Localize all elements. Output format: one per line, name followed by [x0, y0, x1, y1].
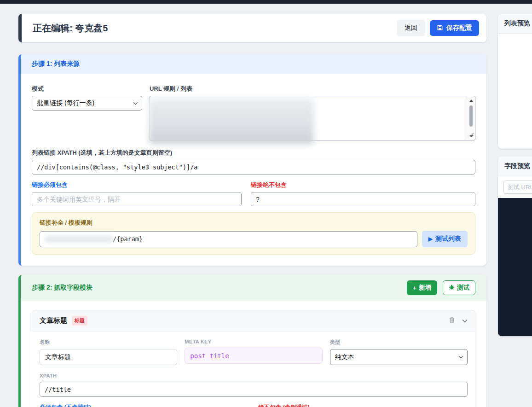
field-module-title: 文章标题 — [40, 316, 67, 325]
add-field-label: 新增 — [419, 284, 431, 292]
back-button[interactable]: 返回 — [397, 20, 425, 36]
preview-sidebar: 列表预览 字段预览 — [498, 14, 532, 336]
list-xpath-label: 列表链接 XPATH (选填，若上方填的是文章页则留空) — [32, 149, 475, 157]
save-config-button[interactable]: 保存配置 — [430, 20, 479, 36]
list-preview-title: 列表预览 — [498, 14, 532, 34]
save-icon — [437, 24, 443, 32]
chevron-down-icon — [459, 354, 463, 359]
plus-icon: + — [413, 285, 416, 291]
scrollbar-thumb[interactable] — [469, 105, 473, 127]
field-preview-title: 字段预览 — [498, 157, 532, 176]
step2-body: 文章标题 标题 — [21, 301, 486, 407]
save-button-label: 保存配置 — [446, 24, 472, 32]
field-xpath-input[interactable] — [40, 382, 468, 397]
field-type-label: 类型 — [330, 339, 468, 346]
list-preview-card: 列表预览 — [498, 14, 532, 149]
meta-key-label: META KEY — [185, 339, 322, 344]
test-list-label: 测试列表 — [435, 235, 461, 243]
field-module-card: 文章标题 标题 — [32, 310, 475, 407]
meta-key-input[interactable] — [185, 348, 322, 364]
link-must-contain-input[interactable] — [32, 192, 242, 206]
link-must-contain-label: 链接必须包含 — [32, 181, 242, 189]
bug-icon — [449, 284, 455, 291]
field-must-contain-label: 必须包含 (不含跳过) — [40, 404, 249, 407]
list-xpath-input[interactable] — [32, 160, 475, 174]
step1-header: 步骤 1: 列表来源 — [21, 54, 486, 74]
step2-title: 步骤 2: 抓取字段模块 — [32, 284, 93, 292]
link-template-input[interactable]: /{param} — [40, 231, 417, 247]
field-xpath-label: XPATH — [40, 373, 468, 378]
mode-label: 模式 — [32, 85, 142, 93]
step2-header: 步骤 2: 抓取字段模块 + 新增 测试 — [21, 275, 486, 301]
field-name-label: 名称 — [40, 339, 177, 346]
url-rules-label: URL 规则 / 列表 — [150, 85, 475, 93]
chevron-down-icon — [133, 100, 138, 105]
main-content: 正在编辑: 夸克盘5 返回 保存配置 步骤 1: 列表来源 模式 批量链接 (每… — [18, 14, 486, 407]
link-template-label: 链接补全 / 模板规则 — [40, 219, 468, 227]
link-template-box: 链接补全 / 模板规则 /{param} ▶ 测试列表 — [32, 212, 475, 255]
step1-section: 步骤 1: 列表来源 模式 批量链接 (每行一条) URL 规则 / 列表 — [18, 54, 486, 266]
link-must-not-contain-input[interactable] — [251, 192, 475, 206]
field-module-body: 名称 META KEY 类型 纯文本 — [32, 331, 475, 407]
field-type-select[interactable]: 纯文本 — [330, 349, 468, 365]
resize-grip-icon[interactable] — [469, 131, 474, 139]
page-title: 正在编辑: 夸克盘5 — [33, 22, 397, 35]
field-preview-card: 字段预览 — [498, 157, 532, 336]
delete-field-button[interactable] — [449, 316, 455, 325]
chevron-down-icon — [462, 317, 468, 324]
mode-select-value: 批量链接 (每行一条) — [37, 99, 134, 107]
template-visible-value: /{param} — [113, 235, 143, 243]
field-must-not-contain-label: 绝不包含 (含则跳过) — [258, 404, 468, 407]
field-name-input[interactable] — [40, 349, 177, 365]
add-field-button[interactable]: + 新增 — [407, 280, 437, 295]
step1-body: 模式 批量链接 (每行一条) URL 规则 / 列表 — [21, 74, 486, 266]
window-top-bar — [0, 0, 532, 4]
scroll-up-arrow-icon[interactable] — [467, 97, 475, 104]
mode-select[interactable]: 批量链接 (每行一条) — [32, 96, 142, 110]
title-badge: 标题 — [72, 316, 87, 326]
url-list-textarea[interactable] — [150, 96, 475, 140]
editor-header-card: 正在编辑: 夸克盘5 返回 保存配置 — [18, 14, 486, 42]
test-fields-label: 测试 — [457, 284, 469, 292]
redacted-url-content — [149, 98, 314, 144]
test-fields-button[interactable]: 测试 — [443, 280, 475, 295]
step2-section: 步骤 2: 抓取字段模块 + 新增 测试 文章标题 标题 — [18, 275, 486, 407]
trash-icon — [449, 316, 455, 325]
field-module-header[interactable]: 文章标题 标题 — [32, 310, 475, 331]
link-must-not-contain-label: 链接绝不包含 — [251, 181, 475, 189]
list-preview-body — [498, 34, 532, 149]
redacted-template-prefix — [45, 236, 113, 243]
collapse-field-button[interactable] — [462, 317, 468, 324]
test-list-button[interactable]: ▶ 测试列表 — [422, 231, 468, 247]
field-preview-console — [498, 198, 532, 336]
field-type-value: 纯文本 — [335, 353, 459, 361]
test-url-input[interactable] — [503, 180, 532, 194]
play-icon: ▶ — [428, 236, 433, 242]
